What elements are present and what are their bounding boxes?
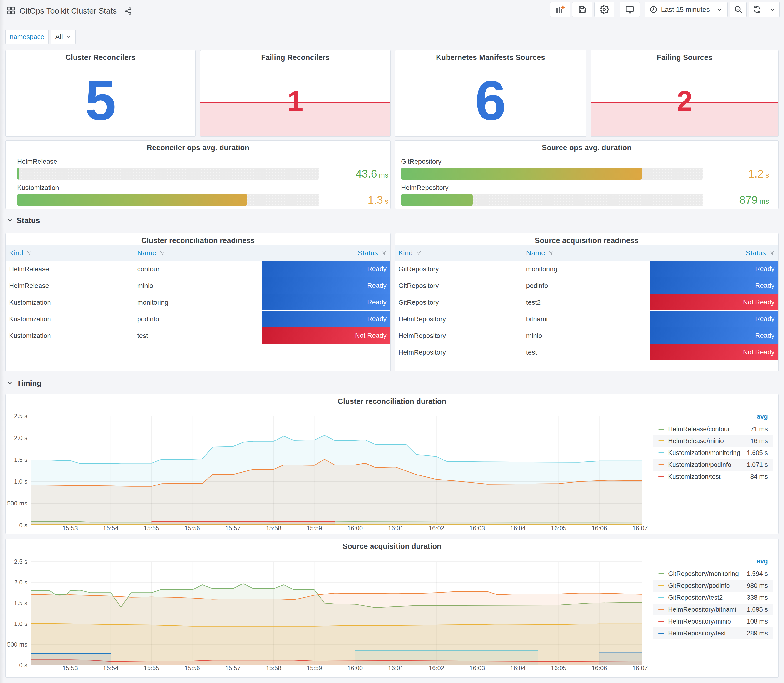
tv-mode-button[interactable] xyxy=(619,2,640,17)
chart-legend: avgHelmRelease/contour71 msHelmRelease/m… xyxy=(6,394,778,534)
variable-value-dropdown[interactable]: All xyxy=(51,29,76,44)
bargauge-panel-source-ops[interactable]: Source ops avg. duration GitRepository 1… xyxy=(395,140,779,209)
bargauge-track xyxy=(401,194,703,206)
bargauge-panel-reconciler-ops[interactable]: Reconciler ops avg. duration HelmRelease… xyxy=(5,140,391,209)
cell-status: Ready xyxy=(262,261,390,277)
row-title: Timing xyxy=(17,379,42,388)
legend-avg-header[interactable]: avg xyxy=(720,558,768,565)
refresh-button[interactable] xyxy=(749,2,765,17)
legend-item[interactable]: HelmRepository/bitnami1.695 s xyxy=(653,603,773,616)
chevron-down-icon xyxy=(717,6,723,13)
readiness-table: KindNameStatusGitRepositorymonitoringRea… xyxy=(395,245,778,361)
variable-value: All xyxy=(55,33,63,41)
table-row: GitRepositorymonitoringReady xyxy=(395,261,778,277)
stat-value: 6 xyxy=(395,72,586,128)
column-header-name[interactable]: Name xyxy=(523,245,651,261)
series-avg-value: 16 ms xyxy=(750,438,768,445)
dashboard-toolbar: Last 15 minutes xyxy=(550,2,780,17)
column-header-name[interactable]: Name xyxy=(134,245,262,261)
legend-item[interactable]: GitRepository/monitoring1.594 s xyxy=(653,568,773,580)
cell-status: Not Ready xyxy=(262,327,390,344)
panel-title: Cluster reconciliation readiness xyxy=(6,236,390,245)
legend-item[interactable]: HelmRepository/minio108 ms xyxy=(653,616,773,627)
timeseries-panel-cluster-reconciliation-duration[interactable]: Cluster reconciliation duration 0 s500 m… xyxy=(5,394,779,534)
cell-status: Ready xyxy=(651,261,778,277)
table-header-row: KindNameStatus xyxy=(6,245,390,261)
time-range-picker[interactable]: Last 15 minutes xyxy=(645,2,728,17)
column-header-status[interactable]: Status xyxy=(262,245,390,261)
column-header-kind[interactable]: Kind xyxy=(395,245,523,261)
variable-label-chip: namespace xyxy=(5,29,48,44)
series-color-dash xyxy=(658,597,664,598)
cell-kind: HelmRelease xyxy=(6,277,134,294)
cell-kind: HelmRelease xyxy=(6,261,134,277)
series-avg-value: 980 ms xyxy=(747,582,768,590)
series-name: HelmRepository/minio xyxy=(668,618,731,625)
cell-name: contour xyxy=(134,261,262,277)
series-color-dash xyxy=(658,621,664,622)
legend-item[interactable]: Kustomization/test84 ms xyxy=(653,471,773,483)
row-toggle-status[interactable]: Status xyxy=(6,215,40,226)
timeseries-panel-source-acquisition-duration[interactable]: Source acquisition duration 0 s500 ms1.0… xyxy=(5,539,779,678)
series-name: Kustomization/monitoring xyxy=(668,449,740,457)
stat-panel-kubernetes-manifests-sources[interactable]: Kubernetes Manifests Sources 6 xyxy=(395,50,586,136)
chevron-down-icon xyxy=(66,34,71,40)
column-header-kind[interactable]: Kind xyxy=(6,245,134,261)
stat-panel-cluster-reconcilers[interactable]: Cluster Reconcilers 5 xyxy=(5,50,196,136)
filter-icon xyxy=(159,250,165,256)
cell-name: minio xyxy=(134,277,262,294)
cell-kind: Kustomization xyxy=(6,294,134,311)
panel-title: Failing Sources xyxy=(591,53,778,62)
refresh-button-group xyxy=(749,2,780,17)
legend-item[interactable]: GitRepository/test2338 ms xyxy=(653,592,773,603)
dashboards-grid-icon[interactable] xyxy=(6,6,16,16)
stat-panel-failing-reconcilers[interactable]: Failing Reconcilers 1 xyxy=(200,50,391,136)
cell-name: minio xyxy=(523,327,651,344)
bargauge-track xyxy=(17,194,319,206)
cell-status: Ready xyxy=(262,294,390,311)
table-row: HelmRepositoryminioReady xyxy=(395,327,778,344)
stat-panel-failing-sources[interactable]: Failing Sources 2 xyxy=(591,50,779,136)
stat-value: 2 xyxy=(591,87,778,115)
legend-item[interactable]: HelmRelease/minio16 ms xyxy=(653,435,773,447)
zoom-out-button[interactable] xyxy=(730,2,747,17)
bargauge-row-label: HelmRelease xyxy=(17,158,57,165)
legend-item[interactable]: Kustomization/monitoring1.605 s xyxy=(653,447,773,459)
dashboard-title[interactable]: GitOps Toolkit Cluster Stats xyxy=(19,6,117,16)
legend-item[interactable]: Kustomization/podinfo1.071 s xyxy=(653,459,773,471)
legend-avg-header[interactable]: avg xyxy=(720,413,768,420)
refresh-interval-dropdown[interactable] xyxy=(765,2,780,17)
bargauge-fill xyxy=(17,194,247,206)
column-header-status[interactable]: Status xyxy=(651,245,778,261)
cell-kind: HelmRepository xyxy=(395,311,523,327)
stat-sparkline xyxy=(591,102,778,103)
legend-item[interactable]: HelmRelease/contour71 ms xyxy=(653,423,773,435)
sidebar-edge-shadow xyxy=(0,0,4,683)
template-variables: namespace All xyxy=(5,29,76,44)
table-panel-cluster-readiness[interactable]: Cluster reconciliation readiness KindNam… xyxy=(5,233,391,371)
dashboard-settings-button[interactable] xyxy=(594,2,614,17)
cell-kind: GitRepository xyxy=(395,277,523,294)
share-dashboard-icon[interactable] xyxy=(124,6,132,15)
bargauge-row-label: GitRepository xyxy=(401,158,441,165)
time-range-label: Last 15 minutes xyxy=(661,6,710,14)
table-row: HelmRepositorybitnamiReady xyxy=(395,311,778,327)
series-avg-value: 84 ms xyxy=(750,473,768,481)
legend-item[interactable]: GitRepository/podinfo980 ms xyxy=(653,580,773,592)
series-avg-value: 1.071 s xyxy=(747,461,768,468)
stat-value: 1 xyxy=(200,87,390,115)
series-avg-value: 1.605 s xyxy=(747,449,768,457)
series-name: GitRepository/podinfo xyxy=(668,582,730,590)
row-toggle-timing[interactable]: Timing xyxy=(6,377,42,389)
series-name: HelmRelease/contour xyxy=(668,425,730,433)
series-avg-value: 108 ms xyxy=(747,618,768,625)
legend-item[interactable]: HelmRepository/test289 ms xyxy=(653,627,773,639)
bargauge-value: 879ms xyxy=(669,194,769,208)
bargauge-value: 1.3s xyxy=(289,194,388,208)
add-panel-button[interactable] xyxy=(550,2,570,17)
row-title: Status xyxy=(17,216,40,225)
table-panel-source-readiness[interactable]: Source acquisition readiness KindNameSta… xyxy=(395,233,779,371)
panel-title: Kubernetes Manifests Sources xyxy=(395,53,586,62)
series-name: GitRepository/test2 xyxy=(668,594,723,601)
save-dashboard-button[interactable] xyxy=(572,2,592,17)
